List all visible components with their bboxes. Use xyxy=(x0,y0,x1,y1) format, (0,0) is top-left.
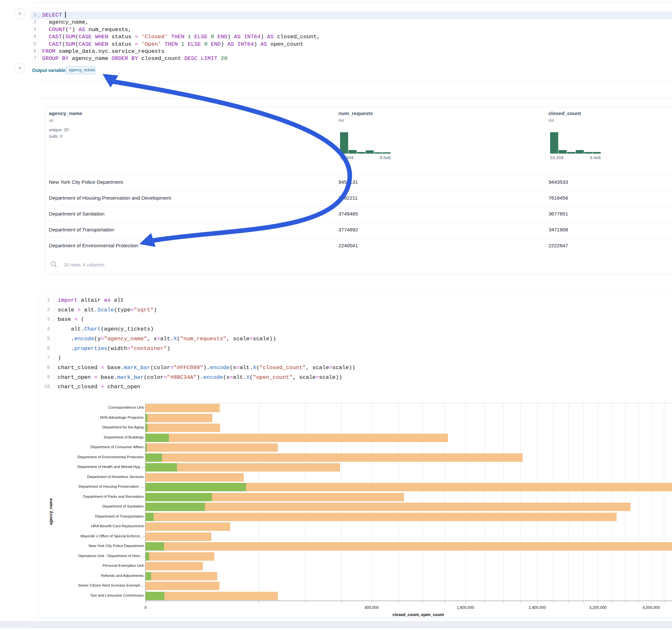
gutter-separator xyxy=(54,295,55,390)
table-cell: 3677651 xyxy=(549,211,568,217)
line-number: 6 xyxy=(42,344,50,354)
closed_count-bar[interactable] xyxy=(146,513,617,521)
code-line[interactable]: ) xyxy=(58,353,355,363)
y-axis-label: Department for the Aging xyxy=(40,425,144,429)
gridline xyxy=(598,403,598,601)
open_count-bar[interactable] xyxy=(146,503,205,511)
x-axis-tick xyxy=(612,601,612,603)
gridline xyxy=(372,403,372,601)
closed_count-bar[interactable] xyxy=(146,434,448,442)
y-axis-label: Department of Transportation xyxy=(40,514,144,518)
y-axis-label: Department of Parks and Recreation xyxy=(40,494,144,499)
y-axis-label: Senior Citizen Rent Increase Exempti… xyxy=(40,583,144,587)
open_count-bar[interactable] xyxy=(146,592,164,600)
open_count-bar[interactable] xyxy=(146,572,151,580)
x-axis-tick xyxy=(399,601,399,603)
closed_count-bar[interactable] xyxy=(146,532,211,541)
y-axis-label: Refunds and Adjustments xyxy=(40,574,144,578)
closed_count-bar[interactable] xyxy=(146,404,220,412)
open_count-bar[interactable] xyxy=(146,483,246,491)
closed_count-bar[interactable] xyxy=(146,423,220,432)
gridline xyxy=(612,403,612,601)
gridline xyxy=(537,403,537,601)
closed_count-bar[interactable] xyxy=(146,572,217,580)
code-line[interactable]: .encode(y="agency_name", x=alt.X("num_re… xyxy=(58,334,355,344)
closed_count-bar[interactable] xyxy=(146,542,672,551)
chart-y-axis-title: agency_name xyxy=(49,498,53,525)
gridline xyxy=(503,403,503,601)
open_count-bar[interactable] xyxy=(146,542,164,551)
x-axis-tick xyxy=(553,601,554,603)
closed_count-bar[interactable] xyxy=(146,443,278,452)
open_count-bar[interactable] xyxy=(146,513,154,521)
code-line[interactable]: chart_closed + chart_open xyxy=(58,382,355,392)
open_count-bar[interactable] xyxy=(146,414,147,422)
line-number: 7 xyxy=(42,353,50,363)
closed_count-bar[interactable] xyxy=(146,552,214,561)
closed_count-bar[interactable] xyxy=(146,453,523,462)
gridline xyxy=(638,403,639,601)
line-number: 9 xyxy=(42,373,50,382)
open_count-bar[interactable] xyxy=(146,463,177,471)
code-line[interactable]: import altair as alt xyxy=(58,295,355,305)
chart-x-axis-title: closed_count, open_count xyxy=(392,612,444,617)
x-axis-tick-label: 1,600,000 xyxy=(457,605,474,610)
x-axis-tick xyxy=(372,601,372,603)
open_count-bar[interactable] xyxy=(146,423,147,432)
open_count-bar[interactable] xyxy=(146,453,162,462)
code-line[interactable]: chart_open = base.mark_bar(color="#8BC34… xyxy=(58,373,355,382)
open_count-bar[interactable] xyxy=(146,434,169,442)
code-line[interactable]: base = ( xyxy=(58,315,355,324)
open_count-bar[interactable] xyxy=(146,552,149,561)
line-number: 2 xyxy=(42,305,50,315)
line-number: 3 xyxy=(42,315,50,324)
open_count-bar[interactable] xyxy=(146,443,147,452)
code-line[interactable]: .properties(width="container") xyxy=(58,344,355,354)
y-axis-label: Department of Housing Preservation … xyxy=(40,484,144,488)
closed_count-bar[interactable] xyxy=(146,592,278,600)
code-line[interactable]: alt.Chart(agency_tickets) xyxy=(58,324,355,334)
column-header-closed-count[interactable]: closed_count xyxy=(549,111,581,116)
y-axis-label: Mayorâ€ s Office of Special Enforce… xyxy=(40,534,144,538)
histogram-bar xyxy=(593,152,601,153)
bar-chart-plot-area[interactable] xyxy=(146,403,672,601)
x-axis-tick xyxy=(341,601,342,603)
x-axis-tick-label: 3,200,000 xyxy=(589,605,606,610)
x-axis-tick xyxy=(485,601,485,603)
python-code[interactable]: import altair as altscale = alt.Scale(ty… xyxy=(58,295,355,392)
histogram-bar xyxy=(576,150,584,153)
code-line[interactable]: chart_closed = base.mark_bar(color="#FFC… xyxy=(58,363,355,373)
closed_count-bar[interactable] xyxy=(146,473,244,482)
gridline xyxy=(664,403,664,601)
chart-x-axis-line xyxy=(145,601,672,601)
x-axis-tick xyxy=(651,601,652,603)
y-axis-label: Department of Environmental Protection xyxy=(40,455,144,459)
closed_count-bar[interactable] xyxy=(146,582,219,590)
x-axis-tick xyxy=(146,601,146,603)
cell2-bottom-border xyxy=(31,618,672,618)
closed_count-bar[interactable] xyxy=(146,562,203,571)
gridline xyxy=(625,403,626,601)
y-axis-label: Personal Exemption Unit xyxy=(40,563,144,567)
closed_count-bar[interactable] xyxy=(146,523,230,531)
line-number: 10 xyxy=(42,382,50,392)
x-axis-tick xyxy=(583,601,584,603)
x-axis-tick xyxy=(569,601,569,603)
histogram-bar xyxy=(558,150,567,153)
y-axis-label: Department of Consumer Affairs xyxy=(40,445,144,449)
open_count-bar[interactable] xyxy=(146,493,212,501)
closed_count-bar[interactable] xyxy=(146,503,630,511)
x-axis-tick-label: 0 xyxy=(145,605,147,610)
x-axis-tick xyxy=(625,601,626,603)
x-axis-tick-label: 800,000 xyxy=(365,605,379,610)
gridline xyxy=(259,403,259,601)
gridline xyxy=(445,403,445,601)
x-axis-tick xyxy=(259,601,259,603)
fold-caret-icon[interactable]: ⌄ xyxy=(51,318,54,322)
line-number: 8 xyxy=(42,363,50,373)
x-axis-tick xyxy=(521,601,521,603)
code-line[interactable]: scale = alt.Scale(type="sqrt") xyxy=(58,305,355,315)
line-number: 4 xyxy=(42,324,50,334)
closed_count-bar[interactable] xyxy=(146,414,212,422)
y-axis-label: Department of Homeless Services xyxy=(40,475,144,479)
